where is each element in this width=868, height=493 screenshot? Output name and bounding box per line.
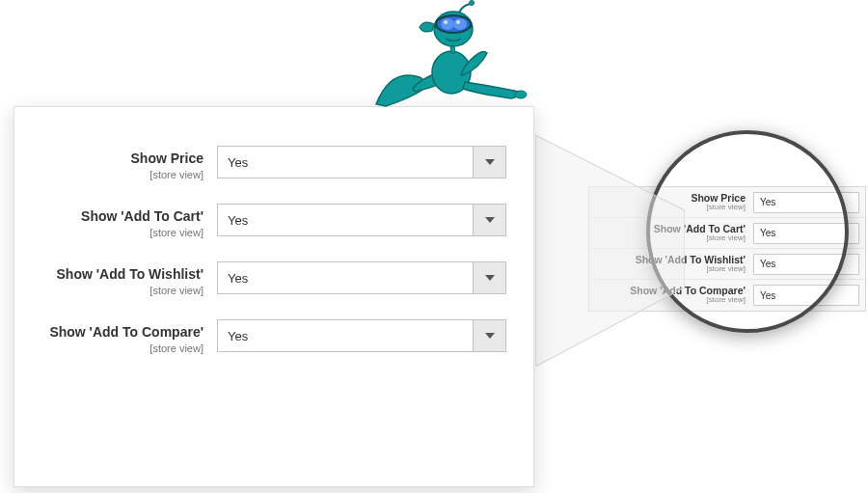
select-value: Yes bbox=[218, 213, 473, 228]
table-row: Show 'Add To Cart' [store view] Yes bbox=[589, 218, 865, 249]
field-label: Show 'Add To Compare' bbox=[49, 324, 203, 340]
chevron-down-icon bbox=[473, 262, 505, 293]
svg-point-3 bbox=[441, 18, 454, 30]
scope-label: [store view] bbox=[589, 265, 746, 273]
svg-point-8 bbox=[515, 91, 527, 98]
field-label: Show Price bbox=[131, 151, 203, 166]
select-value: Yes bbox=[218, 155, 473, 170]
field-label: Show 'Add To Cart' bbox=[81, 208, 203, 224]
scope-label: [store view] bbox=[589, 234, 746, 242]
field-label: Show 'Add To Wishlist' bbox=[57, 266, 203, 282]
select-add-to-cart[interactable]: Yes bbox=[217, 204, 506, 236]
scope-label: [store view] bbox=[14, 227, 203, 238]
settings-panel: Show Price [store view] Yes Show 'Add To… bbox=[14, 106, 534, 487]
table-row: Show 'Add To Compare' [store view] Yes bbox=[589, 280, 865, 311]
chevron-down-icon bbox=[473, 147, 505, 178]
select-value: Yes bbox=[753, 285, 859, 306]
select-value: Yes bbox=[753, 254, 859, 275]
chevron-down-icon bbox=[473, 320, 505, 351]
scope-label: [store view] bbox=[589, 296, 746, 304]
svg-point-6 bbox=[456, 20, 460, 24]
select-value: Yes bbox=[753, 223, 859, 244]
scope-label: [store view] bbox=[14, 342, 203, 354]
select-value: Yes bbox=[218, 271, 473, 286]
scope-label: [store view] bbox=[14, 169, 203, 180]
alien-mascot bbox=[366, 0, 530, 111]
label-wrap: Show Price [store view] bbox=[14, 146, 217, 180]
svg-point-5 bbox=[444, 20, 448, 24]
svg-point-4 bbox=[453, 18, 467, 30]
table-row: Show 'Add To Wishlist' [store view] Yes bbox=[589, 249, 865, 280]
select-value: Yes bbox=[218, 329, 473, 343]
settings-panel-thumbnail: Show Price [store view] Yes Show 'Add To… bbox=[588, 186, 866, 312]
setting-row-add-to-wishlist: Show 'Add To Wishlist' [store view] Yes bbox=[14, 261, 514, 296]
chevron-down-icon bbox=[473, 205, 505, 235]
label-wrap: Show 'Add To Compare' [store view] bbox=[14, 319, 217, 354]
scope-label: [store view] bbox=[589, 204, 746, 211]
svg-point-7 bbox=[470, 1, 475, 6]
table-row: Show Price [store view] Yes bbox=[589, 187, 865, 218]
scope-label: [store view] bbox=[14, 285, 203, 296]
label-wrap: Show 'Add To Wishlist' [store view] bbox=[14, 261, 217, 296]
select-add-to-wishlist[interactable]: Yes bbox=[217, 261, 506, 294]
select-add-to-compare[interactable]: Yes bbox=[217, 319, 506, 352]
label-wrap: Show 'Add To Cart' [store view] bbox=[14, 204, 217, 238]
select-show-price[interactable]: Yes bbox=[217, 146, 506, 178]
setting-row-add-to-cart: Show 'Add To Cart' [store view] Yes bbox=[14, 204, 514, 238]
setting-row-add-to-compare: Show 'Add To Compare' [store view] Yes bbox=[14, 319, 514, 354]
select-value: Yes bbox=[753, 192, 859, 213]
setting-row-show-price: Show Price [store view] Yes bbox=[14, 146, 514, 180]
